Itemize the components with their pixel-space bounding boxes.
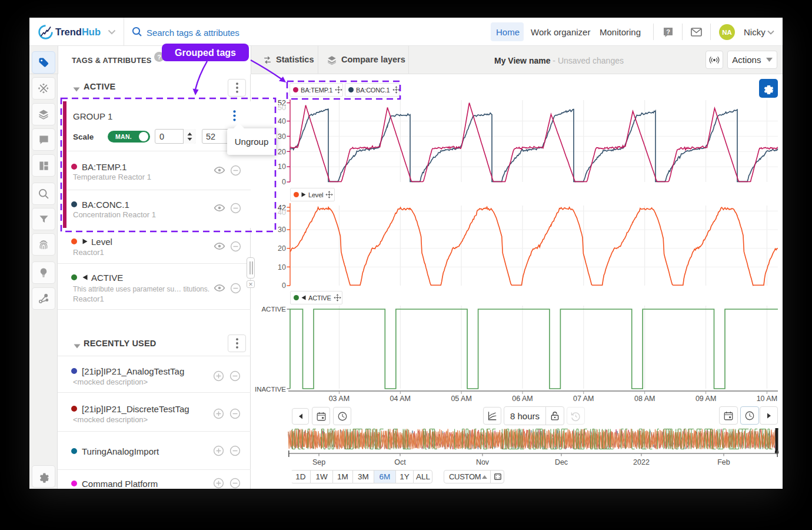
svg-text:Grouped tags: Grouped tags — [175, 48, 236, 58]
